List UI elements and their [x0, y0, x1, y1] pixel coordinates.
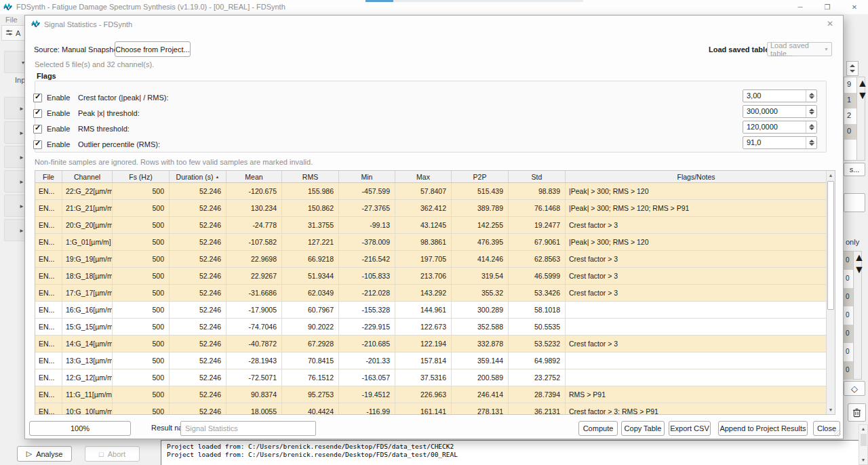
scroll-up-icon[interactable]: ▲	[857, 77, 865, 89]
spinner-arrows-icon[interactable]	[806, 137, 816, 148]
list-item[interactable]: 2	[844, 108, 857, 124]
scroll-up-icon[interactable]: ▲	[827, 171, 835, 180]
outlier-percentile-spinbox[interactable]: 91,0	[743, 136, 817, 149]
column-header-mean[interactable]: Mean	[226, 171, 282, 182]
list-item[interactable]: 0	[844, 251, 853, 270]
result-name-input[interactable]: Signal Statistics	[180, 421, 316, 436]
table-row[interactable]: EN...16:G_16[µm/m]50052.246-17.900560.79…	[35, 302, 835, 319]
tab-analyse[interactable]: A	[1, 25, 27, 41]
list-item[interactable]: 0	[844, 306, 853, 325]
scroll-down-icon[interactable]: ▼	[827, 405, 835, 414]
abort-button[interactable]: □ Abort	[85, 446, 140, 462]
console-scrollbar[interactable]: ▲ ▼	[859, 424, 868, 465]
table-row[interactable]: EN...1:G_01[µm/m]50052.246-107.582127.22…	[35, 234, 835, 251]
right-lower-list[interactable]: 0000000	[844, 251, 853, 380]
cell-mean: -107.582	[226, 234, 282, 250]
export-csv-button[interactable]: Export CSV	[669, 421, 711, 436]
table-row[interactable]: EN...14:G_14[µm/m]50052.246-40.787267.29…	[35, 336, 835, 352]
column-header-fs[interactable]: Fs (Hz)	[113, 171, 170, 182]
crest-factor-checkbox[interactable]: ✓	[33, 94, 42, 102]
right-partial-button-2[interactable]	[844, 193, 865, 212]
list-item[interactable]: 0	[844, 288, 853, 306]
sidebar-collapsed-panel[interactable]: ►	[4, 170, 27, 193]
cell-flags	[566, 352, 827, 369]
spinner-arrows-icon[interactable]	[806, 106, 816, 117]
copy-table-button[interactable]: Copy Table	[621, 421, 665, 436]
list-item[interactable]: 0	[844, 270, 853, 288]
sidebar-collapsed-panel[interactable]: ►	[4, 121, 27, 144]
column-header-rms[interactable]: RMS	[282, 171, 339, 182]
list-item[interactable]: 0	[844, 124, 857, 140]
table-row[interactable]: EN...20:G_20[µm/m]50052.246-24.77831.375…	[35, 217, 835, 234]
sidebar-collapsed-panel[interactable]: ►	[4, 219, 27, 241]
crest-factor-spinbox[interactable]: 3,00	[743, 89, 817, 102]
table-row[interactable]: EN...10:G_10[µm/m]50052.24618.005540.442…	[35, 403, 835, 415]
eraser-button[interactable]: ◇	[844, 381, 865, 396]
sidebar-collapsed-panel[interactable]: ►	[4, 146, 27, 168]
table-row[interactable]: EN...22:G_22[µm/m]50052.246-120.675155.9…	[35, 183, 835, 200]
trash-button[interactable]	[848, 403, 866, 422]
list-item[interactable]: 0	[844, 361, 853, 380]
rms-threshold-checkbox[interactable]: ✓	[33, 125, 42, 134]
maximize-button[interactable]: ❐	[818, 1, 837, 13]
right-lower-scrollbar[interactable]: ▲ ▼	[853, 251, 862, 380]
right-upper-scrollbar[interactable]: ▲ ▼	[856, 77, 865, 161]
table-scrollbar[interactable]: ▲ ▼	[826, 171, 835, 414]
column-header-flags[interactable]: Flags/Notes	[566, 171, 827, 182]
log-console[interactable]: Project loaded from: C:/Users/brenick.re…	[161, 440, 859, 465]
scroll-up-icon[interactable]: ▲	[854, 251, 861, 264]
load-saved-table-combo[interactable]: Load saved table... ▼	[767, 42, 832, 56]
column-header-min[interactable]: Min	[339, 171, 395, 182]
enable-label: Enable	[47, 140, 70, 148]
scroll-up-icon[interactable]: ▲	[859, 425, 867, 433]
list-item[interactable]: 9	[844, 77, 857, 93]
right-partial-button[interactable]: s...	[844, 163, 865, 176]
sidebar-dropdown[interactable]: ▾	[4, 51, 27, 73]
resize-grip[interactable]	[834, 430, 841, 437]
minimize-button[interactable]: ─	[791, 1, 810, 13]
dialog-close-icon[interactable]: ✕	[824, 19, 836, 28]
list-item[interactable]: 0	[844, 325, 853, 343]
zoom-level-button[interactable]: 100%	[29, 421, 131, 436]
append-to-project-results-button[interactable]: Append to Project Results	[718, 421, 808, 436]
scroll-down-icon[interactable]: ▼	[859, 456, 867, 464]
sidebar-collapsed-panel[interactable]: ►	[4, 195, 27, 217]
table-row[interactable]: EN...12:G_12[µm/m]50052.246-72.507176.15…	[35, 369, 835, 386]
list-item[interactable]: 1	[844, 93, 857, 108]
table-row[interactable]: EN...13:G_13[µm/m]50052.246-28.194370.84…	[35, 352, 835, 369]
spinner-arrows-icon[interactable]	[806, 121, 816, 133]
menu-file[interactable]: File	[5, 16, 18, 24]
right-upper-list[interactable]: 9120	[844, 77, 857, 161]
spinner-arrows-icon[interactable]	[806, 90, 816, 102]
flag-row-rms-threshold: ✓ Enable RMS threshold:	[25, 123, 843, 138]
eraser-icon: ◇	[851, 384, 858, 394]
column-header-file[interactable]: File	[35, 171, 62, 182]
close-button[interactable]: ✕	[845, 1, 864, 13]
rms-threshold-spinbox[interactable]: 120,0000	[743, 121, 817, 134]
compute-button[interactable]: Compute	[578, 421, 618, 436]
table-row[interactable]: EN...19:G_19[µm/m]50052.24622.969866.921…	[35, 251, 835, 268]
right-spinbox-fragment[interactable]	[846, 61, 859, 76]
table-row[interactable]: EN...11:G_11[µm/m]50052.24690.837495.275…	[35, 386, 835, 403]
choose-from-project-button[interactable]: Choose from Project...	[115, 41, 191, 57]
table-row[interactable]: EN...17:G_17[µm/m]50052.246-31.668662.03…	[35, 285, 835, 302]
scrollbar-thumb[interactable]	[827, 181, 834, 310]
list-item[interactable]: 0	[844, 343, 853, 361]
log-text: Project loaded from: C:/Users/brenick.re…	[167, 443, 458, 458]
table-row[interactable]: EN...21:G_21[µm/m]50052.246130.234150.86…	[35, 200, 835, 217]
table-row[interactable]: EN...15:G_15[µm/m]50052.246-74.704690.20…	[35, 319, 835, 336]
scroll-down-icon[interactable]: ▼	[854, 264, 861, 276]
peak-threshold-spinbox[interactable]: 300,0000	[743, 105, 817, 118]
scrollbar-thumb[interactable]	[861, 434, 867, 446]
column-header-max[interactable]: Max	[395, 171, 452, 182]
column-header-duration[interactable]: Duration (s)▲	[170, 171, 226, 182]
analyse-button[interactable]: ▷ Analyse	[17, 446, 72, 462]
column-header-channel[interactable]: Channel	[62, 171, 113, 182]
peak-threshold-checkbox[interactable]: ✓	[33, 109, 42, 118]
column-header-p2p[interactable]: P2P	[452, 171, 509, 182]
outlier-percentile-checkbox[interactable]: ✓	[33, 140, 42, 149]
scroll-down-icon[interactable]: ▼	[857, 89, 865, 102]
table-row[interactable]: EN...18:G_18[µm/m]50052.24622.926751.934…	[35, 268, 835, 285]
sidebar-collapsed-panel[interactable]: ►	[4, 97, 27, 119]
column-header-std[interactable]: Std	[509, 171, 566, 182]
